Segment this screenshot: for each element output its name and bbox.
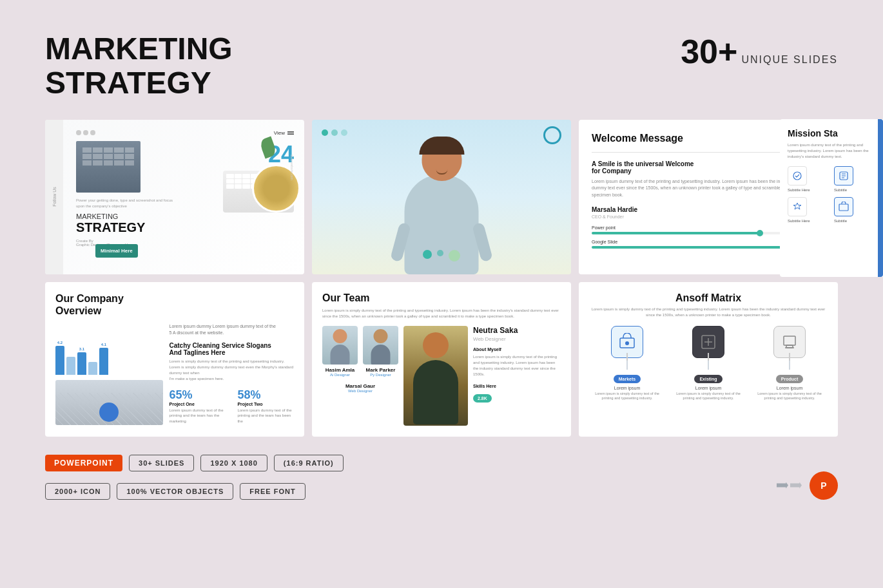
social-dot-1 bbox=[76, 130, 81, 135]
social-dot-2 bbox=[83, 130, 88, 135]
mission-icon-3 bbox=[788, 197, 807, 216]
mission-icon-2 bbox=[834, 166, 853, 185]
minimal-badge: Minimal Here bbox=[95, 244, 138, 258]
footer-right: P bbox=[777, 471, 838, 500]
slide-4-partial[interactable]: Mission Sta Lorem ipsum dummy text of th… bbox=[780, 119, 883, 277]
slide-1-content: View Power your getting done bbox=[76, 130, 294, 264]
slides-grid: Follow Us View bbox=[45, 120, 838, 437]
markets-connector bbox=[626, 361, 628, 370]
blue-circle bbox=[99, 403, 119, 422]
main-title: MARKETING STRATEGY bbox=[45, 32, 233, 100]
member-marsal: Marsal Gaur Web Designer bbox=[322, 383, 398, 393]
slide-count: 30+ UNIQUE SLIDES bbox=[681, 32, 838, 71]
circle-outline-decoration bbox=[543, 126, 561, 144]
slide-4-icon-3: Subtitle Here bbox=[788, 197, 829, 223]
footer-row1: POWERPOINT 30+ SLIDES 1920 X 1080 (16:9 … bbox=[45, 455, 777, 471]
svg-rect-3 bbox=[784, 336, 795, 345]
slide-5-right: Lorem ipsum dummy Lorem ipsum dummy text… bbox=[170, 323, 295, 425]
matrix-existing: Existing Lorem ipsum Lorem ipsum is simp… bbox=[670, 326, 746, 401]
stat-project-one: 65% Project One Lorem ipsum dummy text o… bbox=[170, 388, 230, 424]
person-face-details bbox=[428, 169, 455, 175]
markets-icon-box bbox=[611, 326, 643, 358]
slide-1-social bbox=[76, 130, 95, 135]
building-image bbox=[76, 141, 141, 193]
slide-4-icon-2: Subtitle bbox=[834, 166, 875, 192]
slide-6-our-team[interactable]: Our Team Lorem ipsum is simply dummy tex… bbox=[312, 282, 571, 437]
matrix-product: Product Lorem ipsum Lorem ipsum is simpl… bbox=[752, 326, 828, 401]
slide-4-icons-grid: Subtitle Here Subtitle Subtitle Here Sub… bbox=[788, 166, 875, 223]
slide-6-profile: Neutra Saka Web Designer About Myself Lo… bbox=[473, 326, 561, 426]
slide-7-ansoff-matrix[interactable]: Ansoff Matrix Lorem ipsum is simply dumm… bbox=[579, 282, 838, 437]
person-arms bbox=[395, 210, 489, 223]
architecture-image bbox=[55, 380, 163, 425]
big-photo bbox=[403, 326, 468, 426]
existing-connector bbox=[708, 361, 709, 370]
person-hair bbox=[419, 137, 464, 155]
ratio-badge: (16:9 RATIO) bbox=[274, 455, 344, 471]
font-badge: FREE FONT bbox=[240, 483, 305, 500]
powerpoint-icon: P bbox=[810, 471, 838, 500]
existing-icon-box bbox=[692, 326, 724, 358]
header: MARKETING STRATEGY 30+ UNIQUE SLIDES bbox=[45, 32, 838, 100]
bar-chart: 4.2 3.1 bbox=[55, 323, 163, 375]
footer-row2: 2000+ ICON 100% VECTOR OBJECTS FREE FONT bbox=[45, 483, 777, 500]
slide-2-dots-bottom bbox=[312, 250, 571, 261]
person-head bbox=[422, 139, 461, 181]
product-icon-box bbox=[773, 326, 806, 358]
slide-6-right: Neutra Saka Web Designer About Myself Lo… bbox=[403, 326, 561, 426]
icons-badge: 2000+ ICON bbox=[45, 483, 110, 500]
slide-1-menu: View bbox=[274, 130, 294, 136]
product-icon bbox=[781, 333, 799, 351]
team-members-list: Hasim Amla Ai Designer Mark Parker bbox=[322, 326, 398, 377]
member-mark: Mark Parker Py Designer bbox=[363, 326, 398, 377]
slide-5-company-overview[interactable]: Our Company Overview 4.2 bbox=[45, 282, 304, 437]
slide-2-profile[interactable] bbox=[312, 120, 571, 274]
googleslide-bar-fill bbox=[592, 246, 797, 249]
powerpoint-badge[interactable]: POWERPOINT bbox=[45, 455, 122, 471]
slide-4-icon-4: Subtitle bbox=[834, 197, 875, 223]
slide-1-left: Power your getting done, type and screen… bbox=[76, 141, 182, 247]
mission-icon-4 bbox=[834, 197, 853, 216]
slide-2-dots bbox=[322, 129, 347, 136]
bar-dot bbox=[757, 230, 763, 236]
svg-point-6 bbox=[793, 172, 801, 180]
plant-decoration bbox=[262, 138, 281, 164]
main-container: MARKETING STRATEGY 30+ UNIQUE SLIDES Fol… bbox=[0, 0, 883, 519]
arrow-icon bbox=[777, 482, 802, 489]
slide-1-marketing-strategy[interactable]: Follow Us View bbox=[45, 120, 304, 274]
slide-4-icon-1: Subtitle Here bbox=[788, 166, 829, 192]
slides-badge: 30+ SLIDES bbox=[129, 455, 194, 471]
size-badge: 1920 X 1080 bbox=[200, 455, 267, 471]
slide-1-main: Power your getting done, type and screen… bbox=[76, 141, 294, 247]
slide-1-right: 24 www.website.com bbox=[188, 141, 294, 213]
footer-badges-container: POWERPOINT 30+ SLIDES 1920 X 1080 (16:9 … bbox=[45, 455, 777, 500]
member-hasim-img bbox=[322, 326, 358, 365]
ansoff-matrix-grid: Markets Lorem ipsum Lorem ipsum is simpl… bbox=[589, 326, 828, 401]
member-hasim: Hasim Amla Ai Designer bbox=[322, 326, 358, 377]
slide-6-team-layout: Hasim Amla Ai Designer Mark Parker bbox=[322, 326, 561, 426]
matrix-markets: Markets Lorem ipsum Lorem ipsum is simpl… bbox=[589, 326, 665, 401]
right-edge-accent bbox=[878, 119, 883, 277]
slide-1-top-bar: View bbox=[76, 130, 294, 136]
slide-5-content: 4.2 3.1 bbox=[55, 323, 294, 425]
svg-point-1 bbox=[625, 341, 629, 345]
mission-icon-1 bbox=[788, 166, 807, 185]
slide-5-stats: 65% Project One Lorem ipsum dummy text o… bbox=[170, 388, 295, 424]
slide-1-sidebar: Follow Us bbox=[45, 120, 63, 274]
member-mark-img bbox=[363, 326, 398, 365]
product-connector bbox=[789, 361, 790, 370]
vector-badge: 100% VECTOR OBJECTS bbox=[117, 483, 233, 500]
slide-5-left: 4.2 3.1 bbox=[55, 323, 163, 425]
powerpoint-bar-fill bbox=[592, 232, 760, 234]
building-windows bbox=[82, 147, 134, 166]
markets-icon bbox=[618, 333, 636, 351]
slide-6-left: Hasim Amla Ai Designer Mark Parker bbox=[322, 326, 398, 426]
social-dot-3 bbox=[90, 130, 95, 135]
stat-project-two: 58% Project Two Lorem ipsum dummy text o… bbox=[237, 388, 294, 424]
svg-rect-8 bbox=[839, 204, 848, 211]
website-url: www.website.com bbox=[290, 155, 294, 180]
existing-icon bbox=[699, 333, 717, 351]
footer-section: POWERPOINT 30+ SLIDES 1920 X 1080 (16:9 … bbox=[45, 455, 838, 500]
menu-lines-icon bbox=[287, 131, 294, 135]
